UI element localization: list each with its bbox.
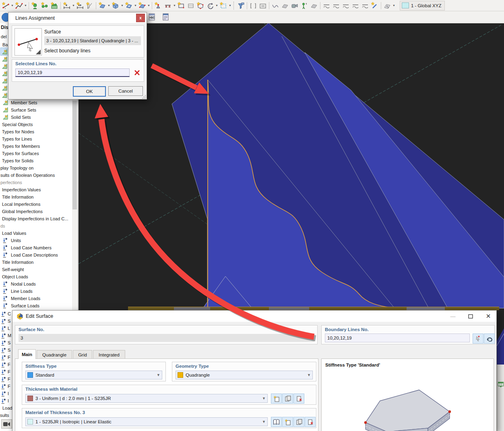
- delete-thickness-button[interactable]: [293, 394, 304, 404]
- sidebar-item-perfections[interactable]: perfections: [0, 179, 72, 186]
- result-curve-icon[interactable]: [271, 1, 280, 10]
- sidebar-item-sults-of-boolean-operations[interactable]: sults of Boolean Operations: [0, 172, 72, 179]
- tab-integrated[interactable]: Integrated: [93, 350, 125, 359]
- coordinate-system-combo[interactable]: 1 - Global XYZ: [400, 1, 445, 10]
- sidebar-item-types-for-surfaces[interactable]: Types for Surfaces: [0, 150, 72, 157]
- member-hinge-icon[interactable]: [176, 1, 186, 10]
- dimension-ruler-icon[interactable]: [85, 1, 95, 10]
- surface-no-field[interactable]: 3: [19, 334, 314, 342]
- resize-grip[interactable]: [142, 95, 146, 99]
- sidebar-scrollbar[interactable]: [72, 99, 77, 310]
- dropdown-arrow-icon[interactable]: ▼: [72, 1, 75, 10]
- sidebar-item-partial[interactable]: I: [0, 390, 12, 397]
- dropdown-arrow-icon[interactable]: ▼: [120, 1, 124, 10]
- sidebar-item-member-sets[interactable]: Member Sets: [0, 99, 72, 106]
- animation-icon[interactable]: [258, 1, 268, 10]
- undo-button[interactable]: [484, 334, 495, 344]
- material-library-button[interactable]: [271, 417, 282, 427]
- sidebar-ruler-item[interactable]: [1, 55, 8, 62]
- table-panel-sliver[interactable]: [497, 365, 504, 431]
- table-list-icon[interactable]: [161, 12, 171, 22]
- new-material-button[interactable]: [282, 417, 293, 427]
- sidebar-item-partial[interactable]: F: [0, 361, 12, 368]
- cancel-button[interactable]: Cancel: [108, 86, 143, 96]
- dimension-xx-icon[interactable]: xx: [75, 1, 85, 10]
- magic-wand-icon[interactable]: [370, 1, 380, 10]
- sidebar-item-partial[interactable]: I: [0, 397, 12, 404]
- mirror-plane-icon[interactable]: [309, 1, 319, 10]
- sidebar-item-partial[interactable]: F: [0, 375, 12, 383]
- dropdown-arrow-icon[interactable]: ▼: [215, 1, 219, 10]
- sidebar-item-member-loads[interactable]: Member Loads: [0, 295, 72, 302]
- lines-assignment-titlebar[interactable]: Lines Assignment x: [8, 12, 147, 24]
- new-block-icon[interactable]: [137, 1, 147, 10]
- sidebar-ruler-item[interactable]: [1, 91, 8, 99]
- work-plane-icon[interactable]: [382, 1, 392, 10]
- dropdown-arrow-icon[interactable]: ▼: [173, 1, 176, 10]
- dropdown-arrow-icon[interactable]: ▼: [10, 1, 14, 10]
- sidebar-item-self-weight[interactable]: Self-weight: [0, 266, 72, 273]
- delete-material-button[interactable]: [305, 417, 316, 427]
- sidebar-item-solid-sets[interactable]: Solid Sets: [0, 114, 72, 121]
- select-region-icon[interactable]: [219, 1, 228, 10]
- sidebar-item-load-case-descriptions[interactable]: Load Case Descriptions: [0, 251, 72, 259]
- material-dropdown[interactable]: 1 - S235JR | Isotropic | Linear Elastic …: [25, 417, 268, 426]
- new-opening-icon[interactable]: [124, 1, 134, 10]
- sidebar-ruler-item[interactable]: [1, 84, 8, 91]
- sidebar-item-special-objects[interactable]: Special Objects: [0, 121, 72, 128]
- section-line-5-icon[interactable]: [360, 1, 370, 10]
- new-solid-icon[interactable]: [111, 1, 120, 10]
- line-tool-icon[interactable]: I: [1, 1, 10, 10]
- tab-quadrangle[interactable]: Quadrangle: [37, 350, 72, 359]
- sidebar-scrollbar-thumb[interactable]: [72, 101, 77, 209]
- camera-icon[interactable]: [290, 1, 300, 10]
- edit-surface-titlebar[interactable]: 6 Edit Surface — ✕: [12, 311, 496, 322]
- edit-material-button[interactable]: [293, 417, 304, 427]
- geometry-type-dropdown[interactable]: Quadrangle ▼: [176, 371, 313, 379]
- sidebar-item-partial[interactable]: S: [0, 346, 12, 354]
- dropdown-arrow-icon[interactable]: ▼: [134, 1, 137, 10]
- dropdown-arrow-icon[interactable]: ▼: [24, 1, 27, 10]
- sidebar-item-partial[interactable]: C: [0, 310, 12, 317]
- walk-mode-icon[interactable]: [300, 1, 309, 10]
- new-thickness-button[interactable]: [271, 394, 282, 404]
- section-line-2-icon[interactable]: [331, 1, 341, 10]
- boundary-lines-input[interactable]: 10,20,12,19: [325, 334, 470, 342]
- nodal-support-icon[interactable]: [153, 1, 163, 10]
- camera-view-button[interactable]: [1, 419, 12, 429]
- polyline-tool-icon[interactable]: [14, 1, 24, 10]
- sidebar-ruler-item[interactable]: [1, 48, 8, 55]
- line-hinge-icon[interactable]: [186, 1, 196, 10]
- sidebar-item-title-information[interactable]: Title Information: [0, 259, 72, 266]
- maximize-button[interactable]: [462, 311, 479, 322]
- sidebar-item-ds[interactable]: ds: [0, 222, 72, 230]
- node-grid-icon[interactable]: [50, 1, 59, 10]
- new-surface-icon[interactable]: [97, 1, 107, 10]
- sidebar-item-types-for-lines[interactable]: Types for Lines: [0, 135, 72, 143]
- sidebar-ruler-item[interactable]: [1, 70, 8, 77]
- stiffness-type-dropdown[interactable]: Standard ▼: [25, 371, 162, 379]
- dimension-x-icon[interactable]: x: [62, 1, 72, 10]
- sidebar-item-types-for-solids[interactable]: Types for Solids: [0, 157, 72, 164]
- plane-icon[interactable]: [280, 1, 290, 10]
- close-icon[interactable]: x: [136, 14, 145, 22]
- sidebar-item-imperfection-values[interactable]: Imperfection Values: [0, 186, 72, 193]
- sidebar-item-local-imperfections[interactable]: Local Imperfections: [0, 201, 72, 208]
- clear-selection-button[interactable]: [132, 68, 142, 77]
- section-line-3-icon[interactable]: [341, 1, 351, 10]
- section-line-4-icon[interactable]: [351, 1, 360, 10]
- sidebar-item-partial[interactable]: F: [0, 368, 12, 375]
- sidebar-item-partial[interactable]: F: [0, 354, 12, 361]
- clipping-box-icon[interactable]: [248, 1, 258, 10]
- sidebar-item-types-for-nodes[interactable]: Types for Nodes: [0, 128, 72, 135]
- sidebar-item-title-information[interactable]: Title Information: [0, 193, 72, 201]
- dropdown-arrow-icon[interactable]: ▼: [228, 1, 232, 10]
- dropdown-arrow-icon[interactable]: ▼: [392, 1, 396, 10]
- sidebar-item-partial[interactable]: L: [0, 325, 12, 332]
- close-button[interactable]: ✕: [479, 311, 497, 322]
- dropdown-arrow-icon[interactable]: ▼: [147, 1, 151, 10]
- sidebar-item-surface-loads[interactable]: Surface Loads: [0, 302, 72, 309]
- nodes-on-line-icon[interactable]: [40, 1, 50, 10]
- section-line-1-icon[interactable]: [322, 1, 331, 10]
- ok-button[interactable]: OK: [73, 86, 106, 97]
